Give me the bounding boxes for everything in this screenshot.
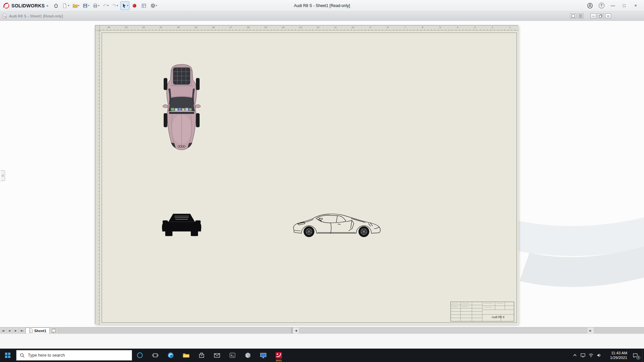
tab-bar-end-filler xyxy=(594,327,644,334)
terminal-app-icon xyxy=(229,352,236,359)
document-table-button[interactable] xyxy=(140,1,148,10)
search-icon xyxy=(20,353,25,358)
title-block[interactable]: Audi R8 S xyxy=(450,302,514,321)
title-block-part-name: Audi R8 S xyxy=(484,315,512,319)
mail-button[interactable] xyxy=(209,349,225,362)
clock-time: 11:43 AM xyxy=(611,351,627,355)
edge-icon xyxy=(167,352,174,359)
undo-dropdown-caret[interactable]: ▾ xyxy=(107,4,109,7)
new-document-icon xyxy=(62,3,67,8)
car-top-view-graphic xyxy=(161,62,202,153)
horizontal-scrollbar[interactable]: ◀ ▶ xyxy=(292,327,594,334)
window-controls: ? — □ × xyxy=(584,1,641,11)
drawing-view-top[interactable] xyxy=(161,62,202,153)
redo-icon: ↷ xyxy=(112,3,116,8)
single-viewport-icon xyxy=(572,14,575,17)
car-front-view-graphic xyxy=(161,212,202,240)
select-dropdown-caret[interactable]: ▾ xyxy=(127,4,128,7)
graphics-viewport[interactable]: 242322212019181716151413121110987654321 xyxy=(0,21,644,327)
red-sphere-button[interactable] xyxy=(130,1,139,10)
new-document-button[interactable]: ▾ xyxy=(61,1,70,10)
home-button[interactable] xyxy=(52,1,60,10)
sheet-tab-bar: |◀ ◀ ▶ ▶| Sheet1 ◀ ▶ xyxy=(0,327,644,334)
display-tray-icon xyxy=(580,353,586,358)
save-dropdown-caret[interactable]: ▾ xyxy=(88,4,90,7)
new-dropdown-caret[interactable]: ▾ xyxy=(68,4,69,7)
solidworks-app-button[interactable]: 2021 xyxy=(271,349,286,362)
show-desktop-button[interactable] xyxy=(642,349,644,362)
maximize-button[interactable]: □ xyxy=(619,1,630,11)
print-button[interactable]: ▾ xyxy=(92,1,101,10)
scrollbar-track[interactable] xyxy=(299,327,587,334)
file-explorer-button[interactable] xyxy=(178,349,194,362)
document-close-button[interactable]: × xyxy=(605,13,611,18)
drawing-view-front[interactable] xyxy=(161,212,202,240)
four-viewport-button[interactable] xyxy=(578,13,584,18)
drawing-view-side[interactable] xyxy=(290,211,385,240)
cube-app-button[interactable] xyxy=(240,349,256,362)
scrollbar-thumb[interactable] xyxy=(299,328,587,333)
open-button[interactable]: ▾ xyxy=(71,1,80,10)
previous-sheet-button[interactable]: ◀ xyxy=(6,327,13,334)
edge-button[interactable] xyxy=(163,349,178,362)
scroll-right-arrow[interactable]: ▶ xyxy=(587,327,594,334)
solidworks-year-badge: 2021 xyxy=(271,359,286,362)
add-sheet-button[interactable] xyxy=(50,327,58,334)
drawing-document-icon xyxy=(2,13,7,19)
store-button[interactable] xyxy=(194,349,209,362)
restore-icon xyxy=(599,14,602,17)
action-center-button[interactable]: 2 xyxy=(629,349,642,362)
first-sheet-button[interactable]: |◀ xyxy=(0,327,6,334)
sheet-paper[interactable]: Audi R8 S xyxy=(100,31,519,324)
network-button[interactable] xyxy=(587,349,595,362)
help-button[interactable]: ? xyxy=(596,1,607,11)
undo-button[interactable]: ↶ ▾ xyxy=(102,1,110,10)
redo-dropdown-caret[interactable]: ▾ xyxy=(117,4,118,7)
volume-button[interactable] xyxy=(595,349,603,362)
clock-date: 1/29/2021 xyxy=(610,355,627,360)
search-input[interactable] xyxy=(28,353,118,358)
options-button[interactable]: ▾ xyxy=(149,1,158,10)
document-window-titlebar: Audi R8 S - Sheet1 [Read-only] — × xyxy=(0,11,644,21)
four-viewport-icon xyxy=(579,14,582,17)
home-icon xyxy=(53,3,59,8)
account-button[interactable] xyxy=(584,1,596,11)
document-restore-button[interactable] xyxy=(598,13,604,18)
logo-expand-caret[interactable]: ▸ xyxy=(47,4,48,7)
display-app-button[interactable] xyxy=(256,349,271,362)
save-button[interactable]: ▾ xyxy=(82,1,91,10)
solidworks-logo-icon xyxy=(3,2,10,9)
sheet-tab-sheet1[interactable]: Sheet1 xyxy=(25,327,50,334)
select-cursor-icon xyxy=(121,3,127,8)
start-button[interactable] xyxy=(0,349,15,362)
taskbar-search[interactable] xyxy=(16,350,132,361)
save-icon xyxy=(83,3,88,8)
cortana-button[interactable] xyxy=(132,349,148,362)
document-minimize-button[interactable]: — xyxy=(590,13,596,18)
terminal-app-button[interactable] xyxy=(225,349,240,362)
task-view-button[interactable] xyxy=(148,349,163,362)
document-window-title: Audi R8 S - Sheet1 [Read-only] xyxy=(9,14,63,18)
minimize-button[interactable]: — xyxy=(607,1,619,11)
featuremanager-collapsed-tab[interactable] xyxy=(1,170,5,181)
solidworks-logo[interactable]: SOLIDWORKS xyxy=(3,2,45,9)
redo-button[interactable]: ↷ ▾ xyxy=(111,1,119,10)
select-tool-button[interactable]: ▾ xyxy=(120,1,129,10)
last-sheet-button[interactable]: ▶| xyxy=(19,327,25,334)
notification-count-badge: 2 xyxy=(636,356,640,360)
next-sheet-button[interactable]: ▶ xyxy=(13,327,19,334)
print-dropdown-caret[interactable]: ▾ xyxy=(98,4,100,7)
scroll-left-arrow[interactable]: ◀ xyxy=(293,327,299,334)
help-icon: ? xyxy=(599,3,604,8)
windows-taskbar: 2021 11:43 AM 1/29/2021 2 xyxy=(0,349,644,362)
ruler-corner xyxy=(95,25,100,31)
taskbar-clock[interactable]: 11:43 AM 1/29/2021 xyxy=(603,349,629,362)
tray-display-button[interactable] xyxy=(579,349,587,362)
task-view-icon xyxy=(152,352,159,359)
tray-expand-button[interactable] xyxy=(571,349,579,362)
options-dropdown-caret[interactable]: ▾ xyxy=(156,4,157,7)
gear-icon xyxy=(150,3,156,8)
single-viewport-button[interactable] xyxy=(570,13,576,18)
open-dropdown-caret[interactable]: ▾ xyxy=(78,4,79,7)
close-button[interactable]: × xyxy=(630,1,641,11)
